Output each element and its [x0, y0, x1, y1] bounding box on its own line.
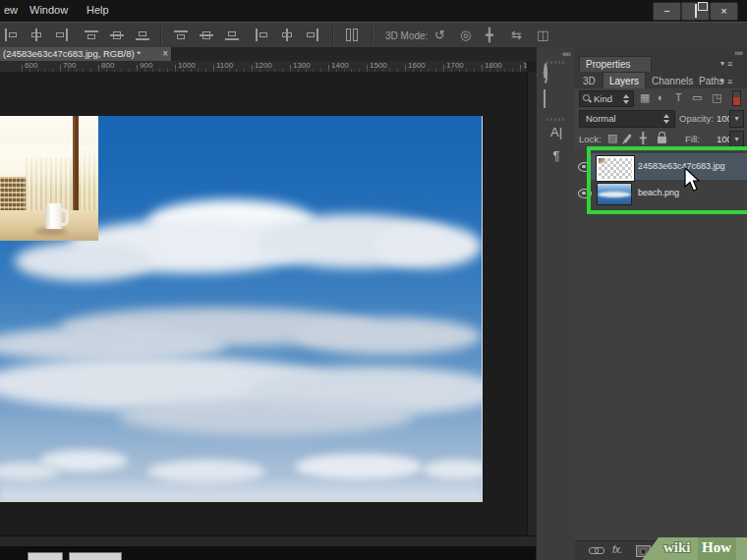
distribute-horizontal-centers-icon[interactable]	[279, 28, 295, 41]
ruler-label: 600	[25, 61, 37, 70]
document-tab-title: (24583e63c47c683.jpg, RGB/8) *	[3, 48, 141, 59]
lock-label: Lock:	[579, 134, 602, 144]
horizon-haze	[0, 477, 482, 501]
restore-button[interactable]	[681, 2, 710, 21]
minimize-button[interactable]: −	[653, 2, 681, 21]
ruler-label: 1900	[523, 61, 527, 70]
cloud	[118, 398, 413, 435]
link-layers-icon[interactable]	[589, 547, 604, 554]
filter-smart-objects-icon[interactable]: ◳	[712, 90, 721, 105]
layers-panel-tabs: 3D Layers Channels Paths ≡	[575, 72, 747, 89]
layer-name: beach.png	[638, 188, 679, 197]
ruler-label: 1500	[370, 61, 387, 70]
layer-row-beach[interactable]: beach.png	[591, 180, 747, 206]
align-right-edges-icon[interactable]	[54, 28, 70, 41]
blend-mode-row: Normal Opacity: 100% ▾	[575, 108, 747, 129]
layer-thumbnail-beach[interactable]	[597, 183, 632, 205]
lock-paint-icon[interactable]	[623, 134, 632, 143]
distribute-right-edges-icon[interactable]	[305, 28, 320, 41]
bottom-edge-band	[0, 546, 575, 560]
layers-list: 24583e63c47c683.jpg beach.png	[575, 149, 747, 540]
distribute-widths-icon[interactable]	[344, 28, 360, 41]
distribute-top-edges-icon[interactable]	[173, 28, 189, 41]
menu-view-partial[interactable]: ew	[4, 4, 18, 16]
dock-grip	[546, 118, 564, 121]
close-button[interactable]: ×	[710, 2, 738, 21]
lock-all-icon[interactable]	[658, 137, 666, 143]
distribute-vertical-centers-icon[interactable]	[199, 28, 214, 41]
3d-orbit-icon[interactable]: ↺	[434, 28, 445, 42]
mug-shadow	[35, 228, 67, 235]
filter-pixel-layers-icon[interactable]: ▦	[640, 90, 650, 105]
visibility-eye-icon[interactable]	[578, 162, 592, 172]
blend-mode-select[interactable]: Normal	[579, 110, 675, 128]
tab-layers[interactable]: Layers	[603, 72, 646, 89]
layer-filter-row: Kind ▦ ◐ T ▭ ◳	[575, 88, 747, 109]
menu-window[interactable]: Window	[29, 4, 68, 16]
align-vertical-centers-icon[interactable]	[109, 28, 125, 41]
layer-style-fx-icon[interactable]: fx.	[612, 544, 623, 555]
menu-help[interactable]: Help	[86, 4, 109, 16]
tab-3d[interactable]: 3D	[583, 74, 596, 88]
restore-icon	[695, 4, 697, 18]
ruler-label: 800	[101, 61, 114, 70]
ruler-label: 1700	[446, 61, 464, 70]
panel-menu-icon[interactable]: ≡	[727, 59, 743, 69]
align-horizontal-centers-icon[interactable]	[29, 28, 44, 41]
3d-camera-icon[interactable]: ◫	[537, 28, 548, 42]
align-left-edges-icon[interactable]	[3, 28, 19, 41]
lock-transparency-icon[interactable]: ▨	[607, 132, 617, 144]
cloud	[15, 242, 152, 281]
tab-properties[interactable]: Properties	[579, 56, 652, 72]
swatches-icon	[544, 89, 546, 108]
right-panel: »» Properties ≡ 3D Layers Channels Paths…	[575, 47, 747, 560]
dock-grip	[546, 61, 564, 64]
opacity-dropdown-button[interactable]: ▾	[729, 110, 744, 128]
canvas-image[interactable]	[0, 116, 483, 502]
minimize-icon: −	[663, 5, 669, 17]
color-panel-button[interactable]	[544, 65, 569, 88]
3d-pan-icon[interactable]: ╋	[486, 28, 493, 42]
align-bottom-edges-icon[interactable]	[135, 28, 150, 41]
document-tab[interactable]: (24583e63c47c683.jpg, RGB/8) * ×	[0, 47, 172, 61]
character-panel-button[interactable]: A|	[544, 122, 569, 145]
toolbar-separator	[160, 27, 161, 44]
panel-menu-icon[interactable]: ≡	[727, 77, 743, 86]
tab-channels[interactable]: Channels	[652, 74, 693, 88]
filtering-toggle[interactable]	[732, 90, 741, 106]
3d-roll-icon[interactable]: ◎	[460, 28, 471, 42]
lock-position-icon[interactable]: ╋	[640, 132, 647, 144]
watermark-how-text: How	[698, 537, 736, 560]
filter-kind-select[interactable]: Kind	[579, 90, 634, 107]
filter-shape-layers-icon[interactable]: ▭	[692, 90, 702, 105]
opacity-label: Opacity:	[679, 113, 714, 124]
tab-close-icon[interactable]: ×	[162, 48, 168, 59]
distribute-bottom-edges-icon[interactable]	[224, 28, 240, 41]
paragraph-panel-button[interactable]: ¶	[544, 145, 569, 169]
watermark-wiki-text: wiki	[663, 539, 691, 556]
collapse-panels-icon[interactable]: ««	[562, 49, 570, 59]
close-icon: ×	[720, 5, 726, 17]
updown-arrows-icon	[663, 114, 670, 124]
panel-header-strip: »»	[575, 47, 747, 56]
ruler-label: 1200	[255, 61, 272, 70]
ruler-label: 1300	[293, 61, 311, 70]
cropped-ui-fragment	[28, 552, 63, 560]
visibility-eye-icon[interactable]	[578, 189, 592, 198]
distribute-left-edges-icon[interactable]	[254, 28, 269, 41]
filter-type-layers-icon[interactable]: T	[675, 90, 682, 105]
swatches-panel-button[interactable]	[544, 90, 569, 114]
city-layer-image[interactable]	[0, 116, 98, 241]
filter-adjustment-layers-icon[interactable]: ◐	[658, 90, 664, 105]
layer-name: 24583e63c47c683.jpg	[638, 161, 725, 171]
fill-label: Fill:	[685, 134, 700, 144]
ruler-label: 700	[63, 61, 76, 70]
options-bar: 3D Mode: ↺ ◎ ╋ ⇆ ◫ 3D	[0, 22, 747, 49]
layer-thumbnail-transparent[interactable]	[597, 156, 634, 181]
fill-dropdown-button[interactable]: ▾	[729, 131, 744, 148]
align-top-edges-icon[interactable]	[84, 28, 99, 41]
3d-mode-label: 3D Mode:	[385, 30, 428, 41]
3d-slide-icon[interactable]: ⇆	[511, 28, 522, 42]
ruler-label: 1400	[331, 61, 349, 70]
layer-row-jpg[interactable]: 24583e63c47c683.jpg	[591, 153, 747, 180]
